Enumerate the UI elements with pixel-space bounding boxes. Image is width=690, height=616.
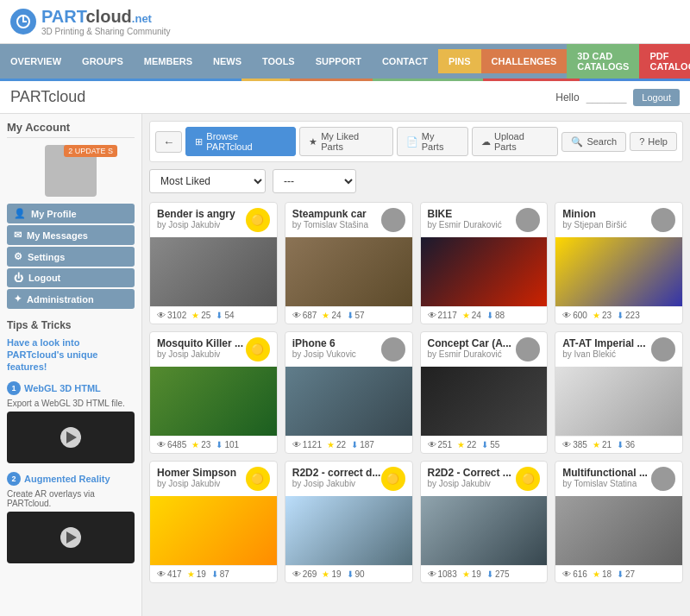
sort-select[interactable]: Most Liked Most Recent Most Downloaded: [149, 169, 266, 193]
tab-upload[interactable]: ☁ Upload Parts: [472, 127, 558, 156]
part-avatar: 🟡: [381, 467, 405, 491]
part-avatar: [381, 208, 405, 232]
view-count: 3102: [167, 311, 186, 320]
nav-tools[interactable]: TOOLS: [252, 49, 305, 73]
nav-contact[interactable]: CONTACT: [372, 49, 438, 73]
file-icon: 📄: [406, 136, 418, 148]
part-card[interactable]: Homer Simpson by Josip Jakubiv 🟡 👁 417 ★…: [149, 461, 278, 583]
tab-search[interactable]: 🔍 Search: [561, 132, 626, 152]
part-author: by Stjepan Biršić: [562, 220, 626, 229]
eye-icon: 👁: [428, 569, 436, 579]
video-thumb-2[interactable]: [7, 512, 135, 563]
part-card[interactable]: AT-AT Imperial ... by Ivan Blekić 👁 385 …: [555, 331, 683, 454]
logout-button[interactable]: Logout: [633, 89, 680, 106]
tab-liked[interactable]: ★ My Liked Parts: [299, 127, 393, 156]
messages-icon: ✉: [14, 229, 22, 241]
stat-views: 👁 251: [428, 440, 453, 449]
tab-help-label: Help: [648, 136, 668, 147]
download-count: 275: [495, 569, 510, 579]
tab-browse[interactable]: ⊞ Browse PARTcloud: [185, 127, 296, 156]
play-button-2[interactable]: [60, 527, 81, 548]
download-count: 90: [355, 569, 365, 579]
back-button[interactable]: ←: [155, 131, 182, 153]
download-count: 88: [495, 311, 505, 320]
sidebar-item-logout[interactable]: ⏻ Logout: [7, 268, 135, 287]
nav-challenges[interactable]: CHALLENGES: [481, 49, 568, 73]
nav-members[interactable]: MEMBERS: [134, 49, 203, 73]
video-thumb-1[interactable]: [7, 412, 135, 463]
nav-cad[interactable]: 3D CAD CATALOGS: [567, 44, 639, 79]
sidebar-item-profile[interactable]: 👤 My Profile: [7, 204, 135, 223]
parts-grid: Bender is angry by Josip Jakubiv 🟡 👁 310…: [149, 202, 683, 583]
part-card-header: iPhone 6 by Josip Vukovic: [285, 332, 412, 367]
part-card-header: BIKE by Esmir Duraković: [421, 203, 548, 237]
part-avatar: 🟡: [246, 467, 270, 491]
part-stats: 👁 269 ★ 19 ⬇ 90: [285, 565, 412, 582]
download-icon: ⬇: [486, 311, 493, 320]
tab-help[interactable]: ? Help: [630, 132, 677, 151]
part-stats: 👁 616 ★ 18 ⬇ 27: [555, 565, 682, 582]
part-author: by Tomislav Stašina: [292, 220, 368, 229]
part-card-header: Mosquito Killer ... by Josip Jakubiv 🟡: [150, 332, 277, 367]
nav-groups[interactable]: GROUPS: [72, 49, 134, 73]
part-image: [150, 496, 277, 565]
tip-ar-link[interactable]: Augmented Reality: [24, 474, 110, 484]
stat-downloads: ⬇ 87: [211, 569, 229, 579]
eye-icon: 👁: [428, 311, 436, 320]
download-icon: ⬇: [216, 311, 223, 320]
download-count: 87: [220, 569, 229, 579]
star-icon: ★: [593, 311, 600, 320]
like-count: 21: [602, 440, 612, 449]
nav-bar: OVERVIEW GROUPS MEMBERS NEWS TOOLS SUPPO…: [0, 44, 690, 79]
part-card[interactable]: Minion by Stjepan Biršić 👁 600 ★ 23 ⬇ 22…: [555, 202, 683, 324]
part-card[interactable]: Steampunk car by Tomislav Stašina 👁 687 …: [285, 202, 413, 324]
part-card[interactable]: Mosquito Killer ... by Josip Jakubiv 🟡 👁…: [149, 331, 278, 454]
tip-webgl-link[interactable]: WebGL 3D HTML: [24, 383, 101, 393]
stat-views: 👁 1121: [292, 440, 322, 449]
stat-downloads: ⬇ 88: [486, 311, 505, 320]
tab-my-parts[interactable]: 📄 My Parts: [397, 127, 468, 156]
part-title: Mosquito Killer ...: [157, 337, 243, 349]
play-button-1[interactable]: [60, 427, 81, 448]
stat-views: 👁 417: [157, 569, 182, 579]
stat-likes: ★ 19: [187, 569, 206, 579]
nav-pdf[interactable]: PDF CATALOGS: [639, 44, 690, 79]
profile-icon: 👤: [14, 208, 26, 219]
part-card[interactable]: BIKE by Esmir Duraković 👁 2117 ★ 24 ⬇ 88: [420, 202, 549, 324]
eye-icon: 👁: [157, 569, 166, 579]
sidebar: My Account 2 UPDATE S 👤 My Profile ✉ My …: [0, 114, 142, 616]
nav-news[interactable]: NEWS: [203, 49, 252, 73]
tip-features-link[interactable]: Have a look into PARTcloud's unique feat…: [7, 337, 97, 372]
username-display: _______: [586, 91, 627, 104]
stat-likes: ★ 22: [457, 440, 476, 449]
sidebar-item-messages[interactable]: ✉ My Messages: [7, 225, 135, 245]
star-icon: ★: [322, 569, 329, 579]
part-card[interactable]: R2D2 - Correct ... by Josip Jakubiv 🟡 👁 …: [420, 461, 549, 583]
part-title: iPhone 6: [292, 337, 356, 349]
part-card[interactable]: iPhone 6 by Josip Vukovic 👁 1121 ★ 22 ⬇ …: [285, 331, 413, 454]
tips-title: Tips & Tricks: [7, 319, 135, 331]
part-card[interactable]: Bender is angry by Josip Jakubiv 🟡 👁 310…: [149, 202, 278, 324]
nav-support[interactable]: SUPPORT: [305, 49, 372, 73]
download-count: 55: [490, 440, 499, 449]
part-card[interactable]: R2D2 - correct d... by Josip Jakubiv 🟡 👁…: [285, 461, 413, 583]
logo-icon: [10, 9, 36, 35]
tab-my-parts-label: My Parts: [422, 131, 459, 152]
part-avatar: [651, 467, 675, 491]
category-select[interactable]: --- Category 1 Category 2: [273, 169, 356, 193]
part-card[interactable]: Concept Car (A... by Esmir Duraković 👁 2…: [420, 331, 549, 454]
part-card[interactable]: Multifunctional ... by Tomislav Statina …: [555, 461, 683, 583]
sidebar-item-admin[interactable]: ✦ Administration: [7, 289, 135, 309]
stat-views: 👁 385: [562, 440, 587, 449]
admin-icon: ✦: [14, 293, 22, 305]
nav-pins[interactable]: PINS: [438, 49, 481, 73]
play-icon-1: [66, 431, 77, 443]
part-title: Bender is angry: [157, 208, 235, 220]
nav-overview[interactable]: OVERVIEW: [0, 49, 72, 73]
tip-features: Have a look into PARTcloud's unique feat…: [7, 336, 135, 373]
part-avatar: [651, 337, 675, 361]
play-icon-2: [66, 531, 77, 544]
step-1-number: 1: [7, 381, 21, 395]
sidebar-item-settings[interactable]: ⚙ Settings: [7, 247, 135, 267]
star-icon: ★: [191, 440, 199, 449]
